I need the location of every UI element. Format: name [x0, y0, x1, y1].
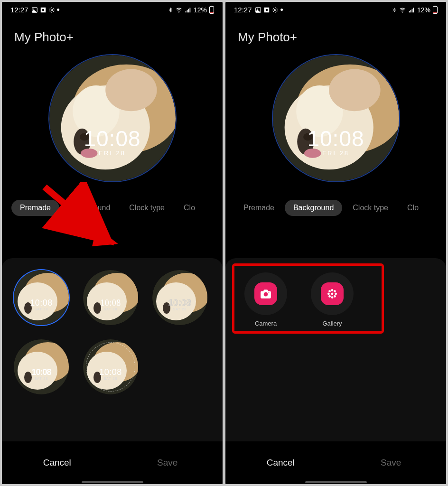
- bluetooth-icon: [168, 7, 173, 13]
- dog-photo: [273, 55, 399, 181]
- page-title: My Photo+: [2, 16, 223, 49]
- svg-point-5: [178, 11, 179, 12]
- target-icon: [40, 7, 47, 13]
- svg-point-3: [42, 9, 44, 11]
- signal-icon: [408, 7, 415, 13]
- tab-background[interactable]: Background: [61, 200, 119, 216]
- more-notifications-dot: •: [280, 8, 283, 12]
- svg-rect-8: [188, 9, 189, 12]
- premade-panel: 10:08 SAT 28 10:08 SAT 28 10:08 SAT 28 1…: [2, 258, 223, 441]
- nav-handle[interactable]: [305, 481, 367, 483]
- tab-background[interactable]: Background: [285, 200, 342, 216]
- premade-time: 10:08: [99, 367, 122, 377]
- nav-handle[interactable]: [82, 481, 143, 483]
- tab-clock-color-overflow[interactable]: Clo: [175, 200, 204, 216]
- premade-time: 10:08: [30, 298, 53, 308]
- svg-point-43: [257, 9, 258, 9]
- status-time: 12:27: [234, 6, 252, 14]
- tab-premade[interactable]: Premade: [11, 200, 59, 216]
- premade-time: 10:08: [31, 367, 51, 377]
- footer: Cancel Save: [225, 441, 446, 484]
- tab-clock-color-overflow[interactable]: Clo: [399, 200, 427, 216]
- cancel-button[interactable]: Cancel: [225, 441, 336, 484]
- premade-option-5[interactable]: 10:08 SAT 28: [83, 339, 138, 394]
- phone-right: 12:27 • 12% My Photo+: [225, 2, 446, 484]
- premade-option-3[interactable]: 10:08 SAT 28: [152, 270, 207, 325]
- gear-icon: [272, 7, 279, 13]
- watch-time: 10:08: [273, 126, 399, 151]
- premade-option-2[interactable]: 10:08 SAT 28: [83, 270, 138, 325]
- more-notifications-dot: •: [57, 8, 60, 12]
- tab-row: Premade Background Clock type Clo: [225, 194, 446, 224]
- battery-percent: 12%: [194, 6, 207, 14]
- premade-date: SAT 28: [173, 308, 187, 311]
- premade-time: 10:08: [100, 298, 121, 308]
- battery-icon: [433, 6, 438, 14]
- dial-ring-icon: [86, 342, 135, 392]
- premade-option-4[interactable]: 10:08 SAT 28: [14, 339, 69, 394]
- premade-date: SAT 28: [104, 377, 118, 380]
- tab-premade[interactable]: Premade: [235, 200, 283, 216]
- watch-date: FRI 28: [49, 150, 176, 157]
- watch-date: FRI 28: [273, 150, 399, 157]
- svg-point-1: [33, 9, 34, 9]
- svg-point-4: [51, 9, 53, 11]
- phone-left: 12:27 • 12% My Photo+: [2, 2, 223, 484]
- premade-date: SAT 28: [104, 308, 118, 311]
- status-time: 12:27: [10, 6, 28, 14]
- wifi-icon: [176, 7, 182, 13]
- dog-photo: [49, 55, 176, 181]
- tab-row: Premade Background Clock type Clo: [2, 194, 223, 224]
- svg-marker-41: [92, 227, 118, 246]
- premade-option-1[interactable]: 10:08 SAT 28: [14, 270, 69, 325]
- highlight-box-annotation: [232, 263, 384, 334]
- signal-icon: [185, 7, 191, 13]
- svg-rect-48: [409, 11, 410, 12]
- image-icon: [31, 7, 38, 13]
- svg-point-46: [274, 9, 276, 11]
- footer: Cancel Save: [2, 441, 223, 484]
- bluetooth-icon: [392, 7, 397, 13]
- premade-date: SAT 28: [35, 308, 48, 311]
- battery-percent: 12%: [417, 6, 430, 14]
- save-button[interactable]: Save: [112, 441, 223, 484]
- svg-rect-9: [189, 8, 190, 12]
- svg-point-60: [329, 69, 380, 112]
- status-bar: 12:27 • 12%: [225, 2, 446, 16]
- battery-icon: [209, 6, 214, 14]
- premade-date: SAT 28: [35, 377, 48, 380]
- svg-rect-7: [187, 10, 188, 12]
- svg-rect-50: [412, 9, 413, 12]
- svg-rect-6: [186, 11, 187, 12]
- svg-rect-51: [413, 8, 414, 12]
- watch-face-preview: 10:08 FRI 28: [272, 54, 400, 182]
- svg-point-45: [265, 9, 268, 11]
- svg-point-34: [24, 372, 32, 383]
- status-bar: 12:27 • 12%: [2, 2, 223, 16]
- watch-face-preview: 10:08 FRI 28: [48, 54, 177, 182]
- target-icon: [263, 7, 270, 13]
- tab-clock-type[interactable]: Clock type: [344, 200, 397, 216]
- tab-clock-type[interactable]: Clock type: [121, 200, 173, 216]
- gear-icon: [48, 7, 55, 13]
- wifi-icon: [399, 7, 406, 13]
- cancel-button[interactable]: Cancel: [2, 441, 112, 484]
- svg-rect-49: [411, 10, 411, 12]
- svg-point-18: [105, 69, 157, 112]
- svg-point-47: [402, 11, 403, 12]
- image-icon: [255, 7, 261, 13]
- watch-time: 10:08: [49, 126, 176, 151]
- page-title: My Photo+: [225, 16, 446, 49]
- premade-time: 10:08: [168, 298, 192, 308]
- save-button[interactable]: Save: [336, 441, 447, 484]
